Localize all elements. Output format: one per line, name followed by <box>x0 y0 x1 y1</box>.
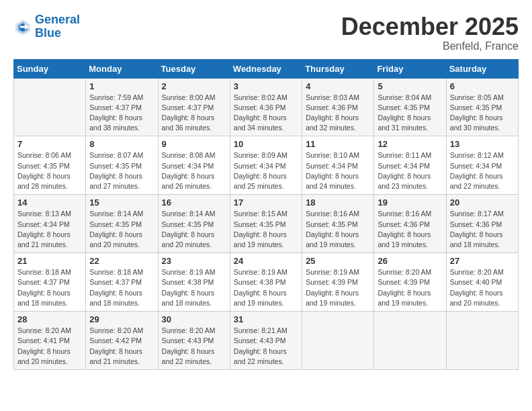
day-info: Sunrise: 8:18 AM Sunset: 4:37 PM Dayligh… <box>17 267 82 308</box>
weekday-header-monday: Monday <box>86 59 158 78</box>
day-number: 27 <box>450 256 515 266</box>
calendar-week-5: 28Sunrise: 8:20 AM Sunset: 4:41 PM Dayli… <box>14 312 519 370</box>
logo-blue: Blue <box>35 26 61 40</box>
calendar-cell: 6Sunrise: 8:05 AM Sunset: 4:35 PM Daylig… <box>446 78 518 136</box>
calendar-cell: 11Sunrise: 8:10 AM Sunset: 4:34 PM Dayli… <box>302 136 374 195</box>
day-info: Sunrise: 8:18 AM Sunset: 4:37 PM Dayligh… <box>89 267 154 308</box>
calendar-cell: 15Sunrise: 8:14 AM Sunset: 4:35 PM Dayli… <box>86 195 158 253</box>
day-info: Sunrise: 8:11 AM Sunset: 4:34 PM Dayligh… <box>378 150 442 191</box>
calendar-cell: 7Sunrise: 8:06 AM Sunset: 4:35 PM Daylig… <box>14 136 86 195</box>
calendar-cell: 10Sunrise: 8:09 AM Sunset: 4:34 PM Dayli… <box>230 136 302 195</box>
day-info: Sunrise: 8:07 AM Sunset: 4:35 PM Dayligh… <box>89 150 154 191</box>
day-number: 22 <box>89 256 154 266</box>
calendar-cell: 18Sunrise: 8:16 AM Sunset: 4:35 PM Dayli… <box>302 195 374 253</box>
day-info: Sunrise: 8:12 AM Sunset: 4:34 PM Dayligh… <box>450 150 515 191</box>
day-number: 6 <box>450 81 515 91</box>
weekday-header-tuesday: Tuesday <box>158 59 230 78</box>
weekday-header-thursday: Thursday <box>302 59 374 78</box>
day-number: 26 <box>378 256 442 266</box>
calendar-cell: 14Sunrise: 8:13 AM Sunset: 4:34 PM Dayli… <box>14 195 86 253</box>
calendar-header-row: SundayMondayTuesdayWednesdayThursdayFrid… <box>14 59 519 78</box>
day-info: Sunrise: 8:00 AM Sunset: 4:37 PM Dayligh… <box>162 93 226 134</box>
calendar-cell: 21Sunrise: 8:18 AM Sunset: 4:37 PM Dayli… <box>14 253 86 312</box>
calendar-cell: 9Sunrise: 8:08 AM Sunset: 4:34 PM Daylig… <box>158 136 230 195</box>
calendar-cell: 16Sunrise: 8:14 AM Sunset: 4:35 PM Dayli… <box>158 195 230 253</box>
calendar-cell: 29Sunrise: 8:20 AM Sunset: 4:42 PM Dayli… <box>86 312 158 370</box>
calendar-cell <box>374 312 446 370</box>
day-info: Sunrise: 8:06 AM Sunset: 4:35 PM Dayligh… <box>17 150 82 191</box>
day-number: 28 <box>17 314 82 324</box>
day-info: Sunrise: 8:08 AM Sunset: 4:34 PM Dayligh… <box>162 150 226 191</box>
day-info: Sunrise: 8:20 AM Sunset: 4:41 PM Dayligh… <box>17 326 82 367</box>
day-number: 15 <box>89 197 154 208</box>
day-number: 10 <box>234 139 298 149</box>
calendar-cell: 4Sunrise: 8:03 AM Sunset: 4:36 PM Daylig… <box>302 78 374 136</box>
calendar-cell: 27Sunrise: 8:20 AM Sunset: 4:40 PM Dayli… <box>446 253 518 312</box>
day-info: Sunrise: 8:10 AM Sunset: 4:34 PM Dayligh… <box>306 150 370 191</box>
weekday-header-friday: Friday <box>374 59 446 78</box>
day-number: 21 <box>17 256 82 266</box>
location: Benfeld, France <box>341 40 519 52</box>
calendar-week-1: 1Sunrise: 7:59 AM Sunset: 4:37 PM Daylig… <box>14 78 519 136</box>
day-info: Sunrise: 7:59 AM Sunset: 4:37 PM Dayligh… <box>89 93 154 134</box>
day-number: 16 <box>162 197 226 208</box>
day-info: Sunrise: 8:13 AM Sunset: 4:34 PM Dayligh… <box>17 209 82 250</box>
day-info: Sunrise: 8:19 AM Sunset: 4:38 PM Dayligh… <box>234 267 298 308</box>
calendar-cell: 5Sunrise: 8:04 AM Sunset: 4:35 PM Daylig… <box>374 78 446 136</box>
day-info: Sunrise: 8:21 AM Sunset: 4:43 PM Dayligh… <box>234 326 298 367</box>
calendar-cell: 20Sunrise: 8:17 AM Sunset: 4:36 PM Dayli… <box>446 195 518 253</box>
calendar-cell: 3Sunrise: 8:02 AM Sunset: 4:36 PM Daylig… <box>230 78 302 136</box>
calendar-week-4: 21Sunrise: 8:18 AM Sunset: 4:37 PM Dayli… <box>14 253 519 312</box>
weekday-header-sunday: Sunday <box>14 59 86 78</box>
day-number: 20 <box>450 197 515 208</box>
day-number: 11 <box>306 139 370 149</box>
calendar-cell: 31Sunrise: 8:21 AM Sunset: 4:43 PM Dayli… <box>230 312 302 370</box>
day-info: Sunrise: 8:17 AM Sunset: 4:36 PM Dayligh… <box>450 209 515 250</box>
day-number: 29 <box>89 314 154 324</box>
day-number: 24 <box>234 256 298 266</box>
day-number: 3 <box>234 81 298 91</box>
calendar-cell <box>302 312 374 370</box>
day-info: Sunrise: 8:20 AM Sunset: 4:42 PM Dayligh… <box>89 326 154 367</box>
calendar-table: SundayMondayTuesdayWednesdayThursdayFrid… <box>13 59 519 370</box>
calendar-week-2: 7Sunrise: 8:06 AM Sunset: 4:35 PM Daylig… <box>14 136 519 195</box>
day-number: 12 <box>378 139 442 149</box>
calendar-cell: 28Sunrise: 8:20 AM Sunset: 4:41 PM Dayli… <box>14 312 86 370</box>
day-number: 14 <box>17 197 82 208</box>
calendar-cell: 8Sunrise: 8:07 AM Sunset: 4:35 PM Daylig… <box>86 136 158 195</box>
day-number: 25 <box>306 256 370 266</box>
day-info: Sunrise: 8:05 AM Sunset: 4:35 PM Dayligh… <box>450 93 515 134</box>
calendar-cell: 17Sunrise: 8:15 AM Sunset: 4:35 PM Dayli… <box>230 195 302 253</box>
day-number: 18 <box>306 197 370 208</box>
calendar-cell: 13Sunrise: 8:12 AM Sunset: 4:34 PM Dayli… <box>446 136 518 195</box>
calendar-cell: 24Sunrise: 8:19 AM Sunset: 4:38 PM Dayli… <box>230 253 302 312</box>
calendar-cell: 1Sunrise: 7:59 AM Sunset: 4:37 PM Daylig… <box>86 78 158 136</box>
title-block: December 2025 Benfeld, France <box>341 13 519 52</box>
calendar-cell: 2Sunrise: 8:00 AM Sunset: 4:37 PM Daylig… <box>158 78 230 136</box>
day-number: 19 <box>378 197 442 208</box>
day-number: 7 <box>17 139 82 149</box>
calendar-cell: 23Sunrise: 8:19 AM Sunset: 4:38 PM Dayli… <box>158 253 230 312</box>
calendar-cell: 25Sunrise: 8:19 AM Sunset: 4:39 PM Dayli… <box>302 253 374 312</box>
day-number: 4 <box>306 81 370 91</box>
day-info: Sunrise: 8:03 AM Sunset: 4:36 PM Dayligh… <box>306 93 370 134</box>
day-info: Sunrise: 8:16 AM Sunset: 4:36 PM Dayligh… <box>378 209 442 250</box>
logo-general: General <box>35 13 80 26</box>
day-info: Sunrise: 8:14 AM Sunset: 4:35 PM Dayligh… <box>162 209 226 250</box>
day-number: 9 <box>162 139 226 149</box>
day-info: Sunrise: 8:14 AM Sunset: 4:35 PM Dayligh… <box>89 209 154 250</box>
day-number: 23 <box>162 256 226 266</box>
day-info: Sunrise: 8:20 AM Sunset: 4:39 PM Dayligh… <box>378 267 442 308</box>
day-info: Sunrise: 8:19 AM Sunset: 4:39 PM Dayligh… <box>306 267 370 308</box>
calendar-cell: 22Sunrise: 8:18 AM Sunset: 4:37 PM Dayli… <box>86 253 158 312</box>
day-info: Sunrise: 8:02 AM Sunset: 4:36 PM Dayligh… <box>234 93 298 134</box>
day-number: 2 <box>162 81 226 91</box>
day-number: 17 <box>234 197 298 208</box>
day-number: 1 <box>89 81 154 91</box>
calendar-cell <box>14 78 86 136</box>
calendar-week-3: 14Sunrise: 8:13 AM Sunset: 4:34 PM Dayli… <box>14 195 519 253</box>
page-header: General Blue December 2025 Benfeld, Fran… <box>13 13 519 52</box>
day-info: Sunrise: 8:20 AM Sunset: 4:43 PM Dayligh… <box>162 326 226 367</box>
calendar-cell: 30Sunrise: 8:20 AM Sunset: 4:43 PM Dayli… <box>158 312 230 370</box>
day-info: Sunrise: 8:16 AM Sunset: 4:35 PM Dayligh… <box>306 209 370 250</box>
